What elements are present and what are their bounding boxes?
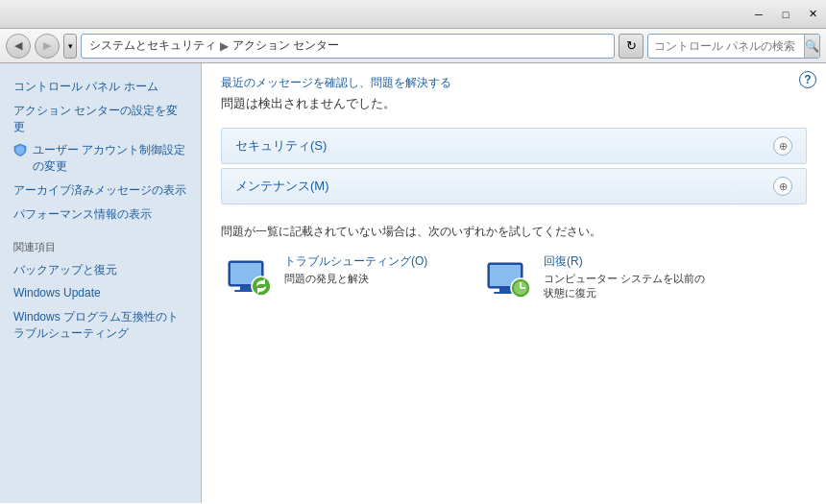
sidebar-item-uac-label: ユーザー アカウント制御設定の変更 xyxy=(33,142,187,175)
path-part2: アクション センター xyxy=(232,37,339,54)
sidebar-item-archive[interactable]: アーカイブ済みメッセージの表示 xyxy=(0,179,201,203)
sidebar: コントロール パネル ホーム アクション センターの設定を変更 ユーザー アカウ… xyxy=(0,63,202,503)
troubleshoot-svg xyxy=(225,253,275,303)
refresh-button[interactable]: ↻ xyxy=(619,34,644,59)
title-bar: ─ □ ✕ xyxy=(0,0,826,29)
troubleshoot-link[interactable]: トラブルシューティング(O) xyxy=(284,253,455,270)
sidebar-item-settings[interactable]: アクション センターの設定を変更 xyxy=(0,99,201,139)
security-chevron-icon: ⊕ xyxy=(779,140,788,153)
search-input[interactable] xyxy=(648,39,804,53)
svg-rect-2 xyxy=(240,286,252,290)
content-inner: 最近のメッセージを確認し、問題を解決する 問題は検出されませんでした。 セキュリ… xyxy=(202,63,826,315)
related-section-title: 関連項目 xyxy=(0,227,201,258)
status-text: 問題は検出されませんでした。 xyxy=(221,95,807,112)
recovery-desc: コンピューター システムを以前の状態に復元 xyxy=(544,272,715,300)
sidebar-item-backup[interactable]: バックアップと復元 xyxy=(0,258,201,282)
recovery-svg xyxy=(484,253,534,303)
history-dropdown[interactable]: ▾ xyxy=(63,34,77,59)
shield-icon xyxy=(13,143,27,156)
sidebar-item-uac[interactable]: ユーザー アカウント制御設定の変更 xyxy=(0,138,201,179)
top-link[interactable]: 最近のメッセージを確認し、問題を解決する xyxy=(221,76,451,89)
window-controls: ─ □ ✕ xyxy=(745,0,826,28)
troubleshoot-text: トラブルシューティング(O) 問題の発見と解決 xyxy=(284,253,455,286)
svg-rect-7 xyxy=(499,288,511,292)
back-button[interactable]: ◀ xyxy=(6,34,31,59)
security-expand-icon[interactable]: ⊕ xyxy=(773,136,792,156)
action-row: トラブルシューティング(O) 問題の発見と解決 xyxy=(225,253,807,303)
maintenance-expand-icon[interactable]: ⊕ xyxy=(773,177,792,196)
search-icon[interactable]: 🔍 xyxy=(804,35,819,58)
recovery-text: 回復(R) コンピューター システムを以前の状態に復元 xyxy=(544,253,715,300)
refresh-icon: ↻ xyxy=(626,38,637,53)
maintenance-chevron-icon: ⊕ xyxy=(779,180,788,193)
security-section: セキュリティ(S) ⊕ xyxy=(221,128,807,164)
path-part1: システムとセキュリティ xyxy=(89,37,216,54)
svg-point-4 xyxy=(252,276,271,296)
help-button[interactable]: ? xyxy=(799,71,816,88)
sidebar-item-windows-update[interactable]: Windows Update xyxy=(0,281,201,305)
maintenance-section-header[interactable]: メンテナンス(M) ⊕ xyxy=(222,169,806,204)
close-button[interactable]: ✕ xyxy=(799,0,826,28)
troubleshoot-desc: 問題の発見と解決 xyxy=(284,272,455,286)
recovery-item: 回復(R) コンピューター システムを以前の状態に復元 xyxy=(484,253,715,303)
dropdown-arrow-icon: ▾ xyxy=(68,41,73,51)
address-path-bar[interactable]: システムとセキュリティ ▶ アクション センター xyxy=(81,34,615,59)
maintenance-section-label: メンテナンス(M) xyxy=(235,178,329,195)
restore-button[interactable]: □ xyxy=(772,0,799,28)
troubleshoot-icon xyxy=(225,253,275,303)
search-box: 🔍 xyxy=(647,34,820,59)
sidebar-item-compatibility[interactable]: Windows プログラム互換性のトラブルシューティング xyxy=(0,305,201,346)
content-area: ? 最近のメッセージを確認し、問題を解決する 問題は検出されませんでした。 セキ… xyxy=(202,63,826,503)
sidebar-item-performance[interactable]: パフォーマンス情報の表示 xyxy=(0,203,201,227)
advice-text: 問題が一覧に記載されていない場合は、次のいずれかを試してください。 xyxy=(221,224,807,240)
security-section-header[interactable]: セキュリティ(S) ⊕ xyxy=(222,129,806,163)
security-section-label: セキュリティ(S) xyxy=(235,137,327,155)
recovery-link[interactable]: 回復(R) xyxy=(544,253,715,270)
main-layout: コントロール パネル ホーム アクション センターの設定を変更 ユーザー アカウ… xyxy=(0,63,826,503)
recovery-icon xyxy=(484,253,534,303)
troubleshoot-item: トラブルシューティング(O) 問題の発見と解決 xyxy=(225,253,455,303)
back-arrow-icon: ◀ xyxy=(14,39,22,52)
forward-arrow-icon: ▶ xyxy=(43,39,51,52)
address-bar: ◀ ▶ ▾ システムとセキュリティ ▶ アクション センター ↻ 🔍 xyxy=(0,29,826,63)
maintenance-section: メンテナンス(M) ⊕ xyxy=(221,168,807,204)
forward-button[interactable]: ▶ xyxy=(35,34,60,59)
minimize-button[interactable]: ─ xyxy=(745,0,772,28)
path-separator: ▶ xyxy=(220,39,229,53)
sidebar-item-home[interactable]: コントロール パネル ホーム xyxy=(0,75,201,99)
